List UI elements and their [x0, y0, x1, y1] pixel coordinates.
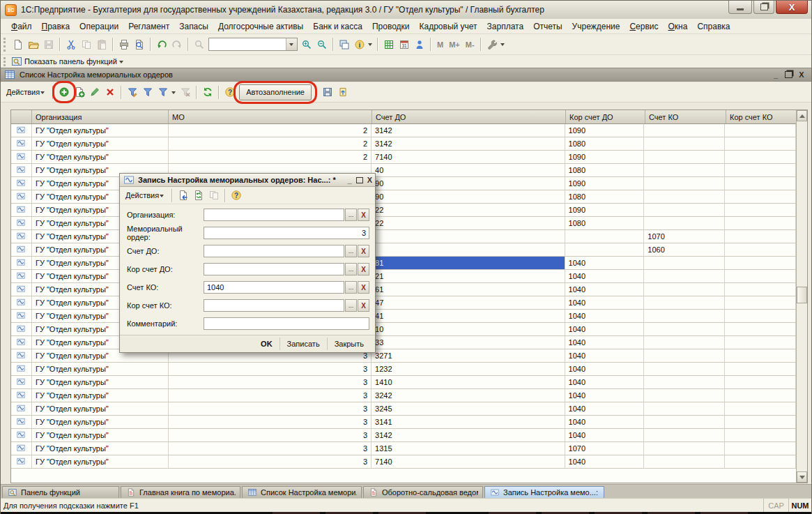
zoom-in-button[interactable] [299, 37, 314, 52]
cell-kor_schet_ko[interactable] [725, 257, 796, 269]
cell-schet_ko[interactable] [644, 455, 725, 468]
cell-schet_do[interactable]: 47 [371, 296, 565, 309]
cell-mo[interactable]: 2 [169, 137, 371, 150]
cell-kor_schet_do[interactable]: 1040 [565, 336, 645, 349]
cell-kor_schet_do[interactable]: 1040 [565, 416, 645, 428]
menu-item-проводки[interactable]: Проводки [367, 20, 415, 33]
column-header-kor_schet_ko[interactable]: Кор счет КО [726, 110, 797, 123]
cell-kor_schet_ko[interactable] [725, 124, 796, 137]
column-header-mo[interactable]: МО [169, 110, 372, 123]
cell-schet_do[interactable]: 41 [371, 310, 565, 322]
row-record-icon[interactable] [11, 243, 32, 256]
restore-list-settings-button[interactable] [335, 84, 351, 100]
save-list-settings-button[interactable] [320, 84, 335, 100]
cell-kor_schet_do[interactable]: 1040 [565, 310, 645, 322]
cell-schet_do[interactable]: 21 [371, 270, 565, 282]
table-row[interactable]: ГУ "Отдел культуры"231421080 [11, 137, 796, 151]
cell-schet_ko[interactable] [644, 363, 725, 375]
menu-item-зарплата[interactable]: Зарплата [482, 20, 529, 33]
cell-schet_do[interactable]: 90 [371, 190, 565, 203]
cell-schet_ko[interactable] [644, 190, 725, 203]
cell-kor_schet_do[interactable]: 1040 [565, 376, 645, 388]
open-document-button[interactable] [26, 37, 41, 52]
row-record-icon[interactable] [11, 429, 32, 441]
cell-schet_ko[interactable] [644, 204, 725, 216]
row-record-icon[interactable] [11, 336, 32, 349]
row-record-icon[interactable] [11, 283, 32, 296]
cell-schet_ko[interactable] [644, 270, 725, 282]
cell-schet_ko[interactable] [644, 257, 725, 269]
cell-schet_ko[interactable] [644, 389, 725, 402]
menu-item-правка[interactable]: Правка [37, 20, 75, 33]
cell-kor_schet_ko[interactable] [725, 310, 796, 322]
menu-item-файл[interactable]: Файл [6, 20, 37, 33]
chevron-down-icon[interactable] [119, 61, 123, 66]
cell-kor_schet_do[interactable]: 1040 [565, 429, 645, 441]
memory-subtract-button[interactable]: M- [463, 40, 477, 49]
cell-kor_schet_do[interactable] [565, 243, 645, 256]
row-record-icon[interactable] [11, 376, 32, 388]
cell-schet_do[interactable]: 33 [371, 336, 565, 349]
cell-kor_schet_ko[interactable] [725, 336, 796, 349]
cell-org[interactable]: ГУ "Отдел культуры" [32, 429, 169, 441]
window-minimize-button[interactable] [728, 1, 752, 14]
delete-button[interactable] [102, 84, 118, 100]
cell-kor_schet_ko[interactable] [725, 137, 796, 150]
column-header-org[interactable]: Организация [32, 110, 169, 123]
cell-kor_schet_do[interactable]: 1090 [565, 151, 645, 163]
cell-kor_schet_ko[interactable] [725, 177, 796, 190]
table-row[interactable]: ГУ "Отдел культуры"314101040 [11, 376, 796, 389]
cell-schet_ko[interactable] [644, 349, 725, 362]
dialog-field-kor_schet_do-input[interactable] [204, 263, 344, 275]
new-document-button[interactable] [10, 37, 26, 52]
cell-schet_do[interactable]: 90 [371, 177, 565, 190]
cell-kor_schet_do[interactable]: 1040 [565, 270, 645, 282]
filter-button[interactable] [140, 84, 155, 100]
cell-kor_schet_ko[interactable] [725, 349, 796, 362]
cell-schet_ko[interactable] [644, 296, 725, 309]
cell-schet_ko[interactable] [644, 442, 725, 455]
cell-schet_ko[interactable] [644, 402, 725, 415]
cell-kor_schet_do[interactable]: 1090 [565, 124, 645, 137]
help-button[interactable]: ? [229, 188, 244, 203]
cell-kor_schet_do[interactable]: 1040 [565, 296, 645, 309]
redo-button[interactable] [169, 37, 185, 52]
window-close-button[interactable]: X [776, 1, 808, 14]
cell-kor_schet_ko[interactable] [725, 151, 796, 163]
cell-schet_do[interactable]: 3142 [371, 429, 565, 441]
column-header-kor_schet_do[interactable]: Кор счет ДО [566, 110, 645, 123]
dialog-field-kor_schet_do-lookup-button[interactable]: ... [345, 263, 357, 275]
dialog-field-comment-input[interactable] [204, 317, 369, 330]
row-record-icon[interactable] [11, 190, 32, 203]
cell-schet_do[interactable]: 61 [371, 283, 565, 296]
cell-mo[interactable]: 3 [169, 389, 371, 402]
cell-kor_schet_do[interactable]: 1040 [565, 349, 645, 362]
row-record-icon[interactable] [11, 270, 32, 282]
cell-kor_schet_ko[interactable] [725, 376, 796, 388]
row-record-icon[interactable] [11, 124, 32, 137]
row-record-icon[interactable] [11, 363, 32, 375]
menu-item-регламент[interactable]: Регламент [123, 20, 174, 33]
cell-org[interactable]: ГУ "Отдел культуры" [32, 389, 169, 402]
table-row[interactable]: ГУ "Отдел культуры"313151070 [11, 442, 796, 455]
wrench-button[interactable] [484, 37, 500, 52]
windows-button[interactable] [337, 37, 352, 52]
cell-kor_schet_ko[interactable] [725, 455, 796, 468]
table-row[interactable]: ГУ "Отдел культуры"332421040 [11, 389, 796, 402]
row-record-icon[interactable] [11, 257, 32, 269]
cell-org[interactable]: ГУ "Отдел культуры" [32, 137, 169, 150]
dialog-minimize-button[interactable]: _ [348, 176, 352, 184]
cell-schet_ko[interactable] [644, 151, 725, 163]
cell-kor_schet_do[interactable]: 1090 [565, 204, 645, 216]
info-button[interactable]: i [352, 37, 367, 52]
undo-button[interactable] [154, 37, 169, 52]
refresh-button[interactable] [200, 84, 215, 100]
dialog-field-org-clear-button[interactable]: X [358, 209, 369, 221]
copy-button[interactable] [206, 188, 222, 203]
cell-org[interactable]: ГУ "Отдел культуры" [32, 124, 169, 137]
window-tab-3[interactable]: Список Настройка мемори... [242, 486, 362, 498]
person-button[interactable] [412, 37, 427, 52]
cell-kor_schet_do[interactable]: 1040 [565, 323, 645, 335]
menu-item-запасы[interactable]: Запасы [174, 20, 213, 33]
mdi-minimize-button[interactable]: _ [772, 70, 780, 80]
